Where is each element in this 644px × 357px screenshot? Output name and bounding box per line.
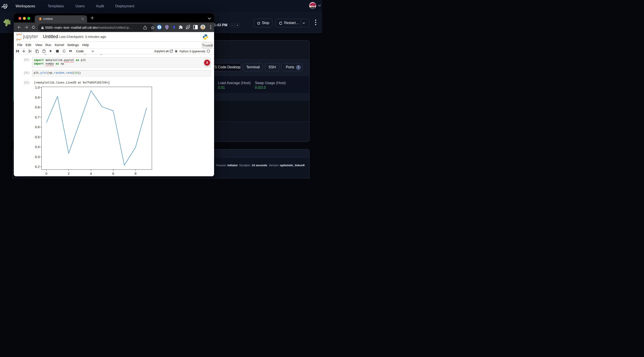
svg-text:0.7: 0.7	[35, 115, 40, 119]
svg-text:0.5: 0.5	[35, 135, 40, 139]
svg-text:1.0: 1.0	[35, 86, 40, 89]
svg-text:0.2: 0.2	[35, 165, 40, 168]
svg-text:4: 4	[90, 172, 92, 176]
svg-text:0: 0	[46, 172, 47, 176]
svg-text:0.4: 0.4	[35, 145, 40, 149]
svg-text:8: 8	[135, 172, 136, 176]
svg-text:0.8: 0.8	[35, 105, 40, 109]
svg-text:0.6: 0.6	[35, 125, 40, 129]
svg-text:2: 2	[68, 172, 70, 176]
svg-text:6: 6	[112, 172, 114, 176]
svg-text:0.9: 0.9	[35, 96, 40, 99]
svg-text:0.3: 0.3	[35, 155, 40, 159]
